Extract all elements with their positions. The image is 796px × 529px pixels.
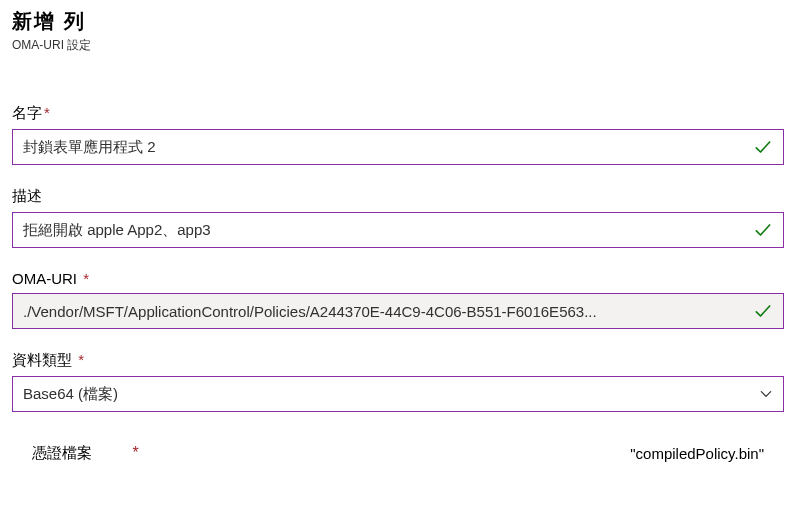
oma-uri-label: OMA-URI * (12, 270, 784, 287)
field-description: 描述 (12, 187, 784, 248)
page-title: 新增 列 (12, 8, 784, 35)
check-icon (753, 137, 773, 157)
oma-uri-label-text: OMA-URI (12, 270, 81, 287)
required-star: * (83, 270, 89, 287)
data-type-label-text: 資料類型 (12, 351, 76, 368)
check-icon (753, 220, 773, 240)
required-star: * (44, 104, 50, 121)
description-label: 描述 (12, 187, 784, 206)
field-name: 名字* (12, 104, 784, 165)
cert-file-label-wrap: 憑證檔案 * (32, 444, 139, 463)
data-type-label: 資料類型 * (12, 351, 784, 370)
field-oma-uri: OMA-URI * ./Vendor/MSFT/ApplicationContr… (12, 270, 784, 329)
oma-uri-input[interactable]: ./Vendor/MSFT/ApplicationControl/Policie… (23, 303, 745, 320)
name-label: 名字* (12, 104, 784, 123)
cert-file-row: 憑證檔案 * "compiledPolicy.bin" (12, 434, 784, 463)
oma-uri-input-wrap[interactable]: ./Vendor/MSFT/ApplicationControl/Policie… (12, 293, 784, 329)
required-star: * (78, 351, 84, 368)
description-input[interactable] (23, 222, 745, 239)
page-subtitle: OMA-URI 設定 (12, 37, 784, 54)
chevron-down-icon (759, 387, 773, 401)
data-type-select[interactable]: Base64 (檔案) (12, 376, 784, 412)
name-input[interactable] (23, 139, 745, 156)
name-label-text: 名字 (12, 104, 42, 121)
description-input-wrap[interactable] (12, 212, 784, 248)
check-icon (753, 301, 773, 321)
cert-file-label: 憑證檔案 (32, 444, 92, 461)
field-data-type: 資料類型 * Base64 (檔案) (12, 351, 784, 412)
cert-file-name: "compiledPolicy.bin" (630, 445, 764, 462)
data-type-value: Base64 (檔案) (23, 385, 751, 404)
required-star: * (132, 444, 138, 461)
name-input-wrap[interactable] (12, 129, 784, 165)
